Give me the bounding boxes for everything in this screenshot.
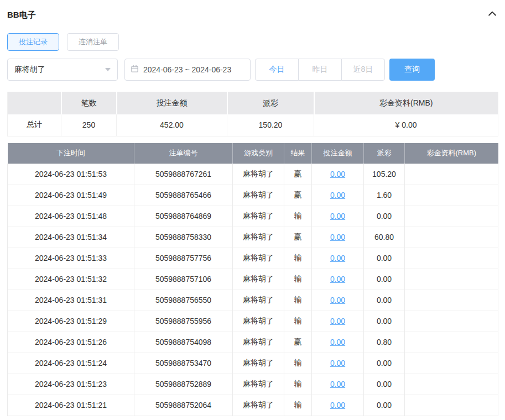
bet-amount-link[interactable]: 0.00 xyxy=(330,359,345,368)
cell-game_type: 麻将胡了 xyxy=(233,248,284,269)
cell-order_no: 5059888757756 xyxy=(134,248,233,269)
bet-amount-link[interactable]: 0.00 xyxy=(330,191,345,200)
bet-amount-link[interactable]: 0.00 xyxy=(330,170,345,179)
cell-bet_time: 2024-06-23 01:51:32 xyxy=(8,269,134,290)
bet-amount-link[interactable]: 0.00 xyxy=(330,380,345,389)
table-row: 2024-06-23 01:51:295059888755956麻将胡了输0.0… xyxy=(8,311,498,332)
game-select[interactable]: 麻将胡了 xyxy=(7,59,118,81)
table-row: 2024-06-23 01:51:335059888757756麻将胡了输0.0… xyxy=(8,248,498,269)
collapse-button[interactable] xyxy=(487,8,498,22)
range-last8days-button[interactable]: 近8日 xyxy=(341,59,385,81)
bet-amount-link[interactable]: 0.00 xyxy=(330,401,345,410)
table-row: 2024-06-23 01:51:315059888756550麻将胡了输0.0… xyxy=(8,290,498,311)
cell-order_no: 5059888757106 xyxy=(134,269,233,290)
search-button[interactable]: 查询 xyxy=(389,59,435,81)
cell-game_type: 麻将胡了 xyxy=(233,164,284,185)
cell-bet_amount: 0.00 xyxy=(312,395,364,416)
bet-amount-link[interactable]: 0.00 xyxy=(330,254,345,262)
cell-jackpot xyxy=(405,227,498,248)
cell-payout: 105.20 xyxy=(364,164,405,185)
cell-result: 输 xyxy=(284,311,312,332)
summary-total-jackpot: ¥ 0.00 xyxy=(314,114,498,136)
records-header-row: 下注时间 注单编号 游戏类别 结果 投注金额 派彩 彩金资料(RMB) xyxy=(8,143,498,164)
summary-total-payout: 150.20 xyxy=(227,114,314,136)
cell-order_no: 5059888753470 xyxy=(134,353,233,374)
cell-game_type: 麻将胡了 xyxy=(233,227,284,248)
table-row: 2024-06-23 01:51:495059888765466麻将胡了赢0.0… xyxy=(8,185,498,206)
cell-payout: 60.80 xyxy=(364,227,405,248)
bb-panel: BB电子 投注记录 连消注单 麻将胡了 xyxy=(0,0,505,416)
table-row: 2024-06-23 01:51:535059888767261麻将胡了赢0.0… xyxy=(8,164,498,185)
cell-bet_time: 2024-06-23 01:51:48 xyxy=(8,206,134,227)
cell-order_no: 5059888755956 xyxy=(134,311,233,332)
cell-game_type: 麻将胡了 xyxy=(233,269,284,290)
bet-amount-link[interactable]: 0.00 xyxy=(330,338,345,347)
summary-total-label: 总计 xyxy=(8,114,61,136)
records-table: 下注时间 注单编号 游戏类别 结果 投注金额 派彩 彩金资料(RMB) 2024… xyxy=(7,143,498,416)
cell-jackpot xyxy=(405,332,498,353)
panel-header: BB电子 xyxy=(7,8,498,22)
header-payout: 派彩 xyxy=(364,143,405,164)
table-row: 2024-06-23 01:51:215059888752064麻将胡了输0.0… xyxy=(8,395,498,416)
cell-result: 输 xyxy=(284,248,312,269)
bet-amount-link[interactable]: 0.00 xyxy=(330,233,345,242)
bet-amount-link[interactable]: 0.00 xyxy=(330,212,345,221)
cell-jackpot xyxy=(405,290,498,311)
cell-jackpot xyxy=(405,248,498,269)
quick-range-group: 今日 昨日 近8日 xyxy=(255,59,385,81)
cell-payout: 0.00 xyxy=(364,269,405,290)
tab-cancelled-orders[interactable]: 连消注单 xyxy=(67,33,119,51)
cell-jackpot xyxy=(405,395,498,416)
cell-bet_amount: 0.00 xyxy=(312,332,364,353)
summary-header-jackpot: 彩金资料(RMB) xyxy=(314,92,498,114)
bet-amount-link[interactable]: 0.00 xyxy=(330,275,345,284)
cell-bet_amount: 0.00 xyxy=(312,290,364,311)
cell-payout: 0.00 xyxy=(364,290,405,311)
summary-total-bet-amount: 452.00 xyxy=(117,114,227,136)
header-result: 结果 xyxy=(284,143,312,164)
cell-result: 输 xyxy=(284,395,312,416)
range-yesterday-button[interactable]: 昨日 xyxy=(298,59,342,81)
cell-order_no: 5059888758330 xyxy=(134,227,233,248)
cell-bet_time: 2024-06-23 01:51:29 xyxy=(8,311,134,332)
calendar-icon xyxy=(131,65,139,75)
header-bet-time: 下注时间 xyxy=(8,143,134,164)
cell-jackpot xyxy=(405,269,498,290)
tab-betting-records[interactable]: 投注记录 xyxy=(7,33,59,51)
panel-title: BB电子 xyxy=(7,10,36,20)
bet-amount-link[interactable]: 0.00 xyxy=(330,317,345,326)
cell-payout: 0.80 xyxy=(364,332,405,353)
table-row: 2024-06-23 01:51:265059888754098麻将胡了赢0.0… xyxy=(8,332,498,353)
cell-result: 赢 xyxy=(284,164,312,185)
summary-header-blank xyxy=(8,92,61,114)
cell-payout: 0.00 xyxy=(364,206,405,227)
cell-jackpot xyxy=(405,353,498,374)
cell-order_no: 5059888756550 xyxy=(134,290,233,311)
cell-bet_amount: 0.00 xyxy=(312,374,364,395)
header-bet-amount: 投注金额 xyxy=(312,143,364,164)
summary-header-count: 笔数 xyxy=(61,92,117,114)
cell-result: 赢 xyxy=(284,185,312,206)
cell-game_type: 麻将胡了 xyxy=(233,185,284,206)
table-row: 2024-06-23 01:51:345059888758330麻将胡了赢0.0… xyxy=(8,227,498,248)
date-range-picker[interactable]: 2024-06-23 ~ 2024-06-23 xyxy=(124,59,251,81)
game-select-value: 麻将胡了 xyxy=(14,65,45,75)
tab-bar: 投注记录 连消注单 xyxy=(7,33,498,51)
cell-payout: 0.00 xyxy=(364,311,405,332)
cell-game_type: 麻将胡了 xyxy=(233,290,284,311)
cell-result: 输 xyxy=(284,206,312,227)
cell-bet_amount: 0.00 xyxy=(312,269,364,290)
cell-bet_time: 2024-06-23 01:51:26 xyxy=(8,332,134,353)
cell-jackpot xyxy=(405,311,498,332)
cell-payout: 0.00 xyxy=(364,374,405,395)
range-today-button[interactable]: 今日 xyxy=(255,59,299,81)
bet-amount-link[interactable]: 0.00 xyxy=(330,296,345,305)
summary-header-row: 笔数 投注金额 派彩 彩金资料(RMB) xyxy=(8,92,498,114)
cell-payout: 0.00 xyxy=(364,248,405,269)
cell-result: 赢 xyxy=(284,227,312,248)
cell-bet_time: 2024-06-23 01:51:33 xyxy=(8,248,134,269)
cell-payout: 1.60 xyxy=(364,185,405,206)
cell-order_no: 5059888752889 xyxy=(134,374,233,395)
cell-bet_amount: 0.00 xyxy=(312,248,364,269)
cell-game_type: 麻将胡了 xyxy=(233,374,284,395)
